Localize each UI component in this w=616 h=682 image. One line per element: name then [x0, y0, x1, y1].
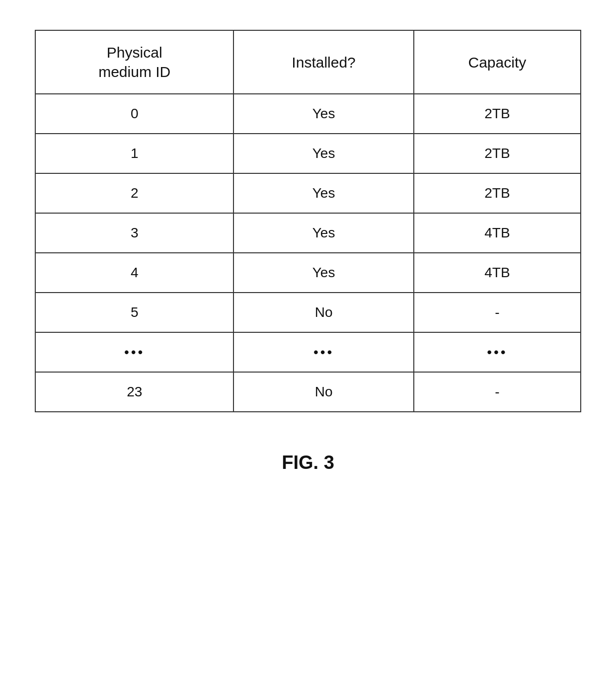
- cell-installed: •••: [233, 332, 413, 372]
- cell-capacity: -: [414, 293, 581, 332]
- cell-id: •••: [35, 332, 233, 372]
- cell-capacity: -: [414, 372, 581, 412]
- cell-capacity: 2TB: [414, 134, 581, 173]
- cell-installed: No: [233, 372, 413, 412]
- header-physical-medium-id: Physicalmedium ID: [35, 30, 233, 94]
- table-row: 3Yes4TB: [35, 213, 581, 253]
- data-table: Physicalmedium ID Installed? Capacity 0Y…: [35, 30, 581, 412]
- cell-installed: No: [233, 293, 413, 332]
- header-capacity: Capacity: [414, 30, 581, 94]
- table-header-row: Physicalmedium ID Installed? Capacity: [35, 30, 581, 94]
- cell-capacity: 4TB: [414, 253, 581, 293]
- cell-installed: Yes: [233, 173, 413, 213]
- cell-id: 23: [35, 372, 233, 412]
- figure-label: FIG. 3: [282, 452, 334, 473]
- table-row: 23No-: [35, 372, 581, 412]
- main-table-container: Physicalmedium ID Installed? Capacity 0Y…: [35, 30, 581, 412]
- cell-capacity: 4TB: [414, 213, 581, 253]
- cell-id: 0: [35, 94, 233, 134]
- cell-id: 3: [35, 213, 233, 253]
- cell-capacity: •••: [414, 332, 581, 372]
- table-row: 5No-: [35, 293, 581, 332]
- cell-id: 1: [35, 134, 233, 173]
- cell-id: 2: [35, 173, 233, 213]
- table-row: 0Yes2TB: [35, 94, 581, 134]
- cell-installed: Yes: [233, 253, 413, 293]
- table-row: 4Yes4TB: [35, 253, 581, 293]
- cell-installed: Yes: [233, 213, 413, 253]
- cell-id: 5: [35, 293, 233, 332]
- cell-installed: Yes: [233, 134, 413, 173]
- cell-capacity: 2TB: [414, 94, 581, 134]
- table-row: 2Yes2TB: [35, 173, 581, 213]
- cell-installed: Yes: [233, 94, 413, 134]
- table-row: •••••••••: [35, 332, 581, 372]
- table-row: 1Yes2TB: [35, 134, 581, 173]
- cell-capacity: 2TB: [414, 173, 581, 213]
- cell-id: 4: [35, 253, 233, 293]
- header-installed: Installed?: [233, 30, 413, 94]
